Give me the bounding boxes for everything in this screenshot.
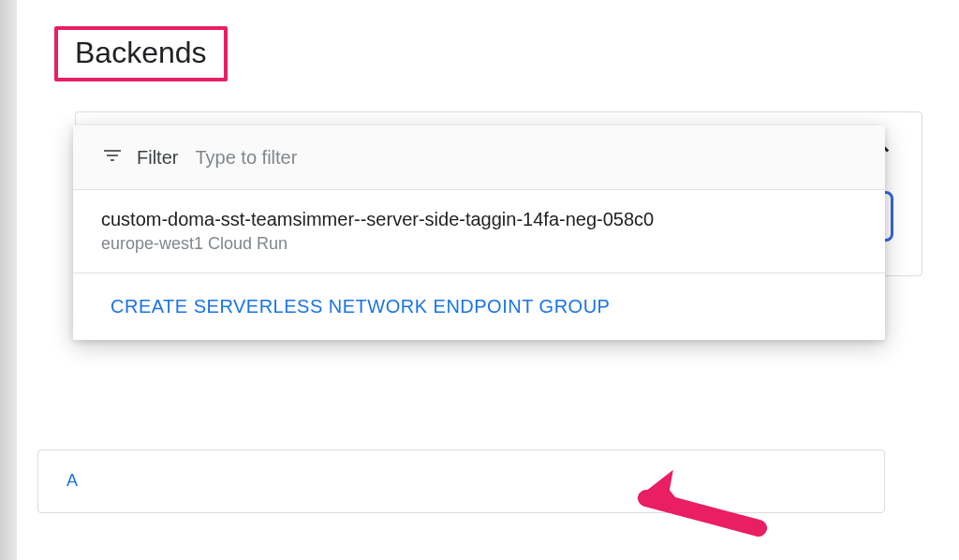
annotation-highlight-title: Backends xyxy=(54,26,228,81)
filter-icon xyxy=(101,144,124,170)
neg-option-subtitle: europe-west1 Cloud Run xyxy=(101,234,857,254)
neg-option[interactable]: custom-doma-sst-teamsimmer--server-side-… xyxy=(73,190,885,273)
section-title: Backends xyxy=(58,30,224,78)
filter-placeholder: Type to filter xyxy=(195,147,297,169)
filter-label: Filter xyxy=(137,147,178,169)
neg-dropdown-panel: Filter Type to filter custom-doma-sst-te… xyxy=(73,125,885,340)
filter-row[interactable]: Filter Type to filter xyxy=(73,125,885,190)
add-backend-card[interactable]: A xyxy=(37,449,885,513)
add-backend-peek: A xyxy=(66,471,78,490)
create-neg-button[interactable]: CREATE SERVERLESS NETWORK ENDPOINT GROUP xyxy=(73,273,885,340)
neg-option-name: custom-doma-sst-teamsimmer--server-side-… xyxy=(101,209,857,230)
